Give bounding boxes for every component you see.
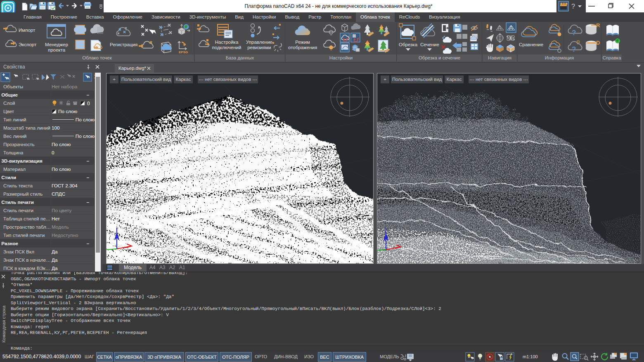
svg-text:EPSG: EPSG xyxy=(179,50,188,54)
svg-text:?: ? xyxy=(572,45,576,53)
svg-text:R: R xyxy=(596,22,600,28)
svg-text:?: ? xyxy=(572,29,576,37)
svg-text:0: 0 xyxy=(87,101,90,106)
svg-text:D: D xyxy=(596,40,600,46)
